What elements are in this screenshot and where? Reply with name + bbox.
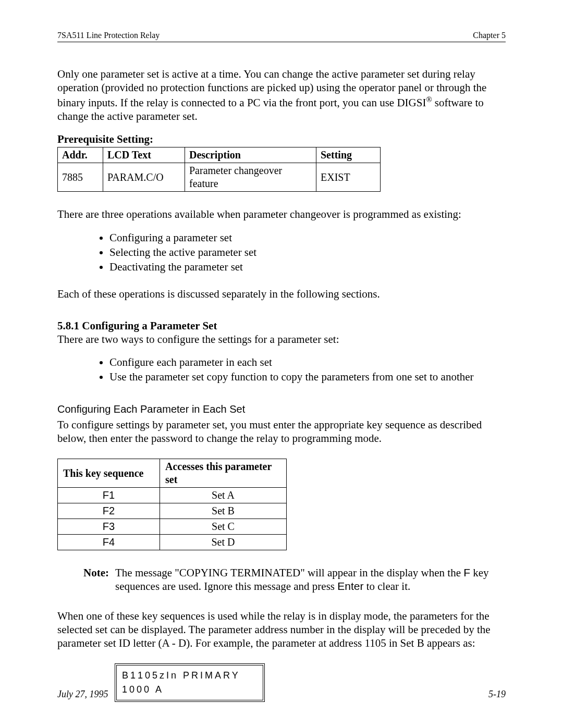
cell-key: F1 xyxy=(58,488,160,503)
list-item: Selecting the active parameter set xyxy=(109,245,506,259)
cell-set: Set D xyxy=(160,535,287,550)
cell-setting: EXIST xyxy=(316,163,381,192)
cell-description: Parameter changeover feature xyxy=(185,163,316,192)
page: 7SA511 Line Protection Relay Chapter 5 O… xyxy=(0,0,563,728)
table-row: F3 Set C xyxy=(58,519,287,535)
operations-list: Configuring a parameter set Selecting th… xyxy=(57,231,506,274)
list-item: Configure each parameter in each set xyxy=(109,355,506,369)
key-f: F xyxy=(463,566,470,578)
config-methods-list: Configure each parameter in each set Use… xyxy=(57,355,506,384)
cell-key: F4 xyxy=(58,535,160,550)
cell-set: Set C xyxy=(160,519,287,535)
table-header-row: This key sequence Accesses this paramete… xyxy=(58,459,287,488)
header-right: Chapter 5 xyxy=(473,30,506,41)
list-item: Configuring a parameter set xyxy=(109,231,506,244)
page-footer: July 27, 1995 5-19 xyxy=(57,688,506,700)
cell-set: Set B xyxy=(160,503,287,519)
registered-icon: ® xyxy=(426,95,432,104)
key-enter: Enter xyxy=(337,580,363,592)
cell-lcd-text: PARAM.C/O xyxy=(103,163,185,192)
ops-outro: Each of these operations is discussed se… xyxy=(57,287,506,301)
table-row: F2 Set B xyxy=(58,503,287,519)
note-label: Note: xyxy=(83,566,109,594)
cell-set: Set A xyxy=(160,488,287,503)
key-sequence-table: This key sequence Accesses this paramete… xyxy=(57,459,287,550)
table-row: F4 Set D xyxy=(58,535,287,550)
table-row: F1 Set A xyxy=(58,488,287,503)
col-description: Description xyxy=(185,147,316,163)
section-5-8-1-intro: There are two ways to configure the sett… xyxy=(57,332,506,346)
intro-paragraph: Only one parameter set is active at a ti… xyxy=(57,67,506,123)
cell-addr: 7885 xyxy=(58,163,103,192)
list-item: Use the parameter set copy function to c… xyxy=(109,370,506,384)
header-left: 7SA511 Line Protection Relay xyxy=(57,30,160,41)
note-text-3: to clear it. xyxy=(363,580,410,593)
intro-text: Only one parameter set is active at a ti… xyxy=(57,68,486,109)
prerequisite-table: Addr. LCD Text Description Setting 7885 … xyxy=(57,147,381,192)
lcd-line-1: B1105zIn PRIMARY xyxy=(122,669,258,683)
note-body: The message "COPYING TERMINATED" will ap… xyxy=(115,566,506,594)
footer-page-number: 5-19 xyxy=(488,688,506,700)
page-header: 7SA511 Line Protection Relay Chapter 5 xyxy=(57,30,506,42)
table-header-row: Addr. LCD Text Description Setting xyxy=(58,147,381,163)
note-block: Note: The message "COPYING TERMINATED" w… xyxy=(83,566,506,594)
cell-key: F3 xyxy=(58,519,160,535)
col-key-sequence: This key sequence xyxy=(58,459,160,488)
col-lcd-text: LCD Text xyxy=(103,147,185,163)
cell-key: F2 xyxy=(58,503,160,519)
prerequisite-label: Prerequisite Setting: xyxy=(57,132,506,146)
col-addr: Addr. xyxy=(58,147,103,163)
display-mode-paragraph: When one of these key sequences is used … xyxy=(57,609,506,650)
note-text-1: The message "COPYING TERMINATED" will ap… xyxy=(115,566,463,579)
list-item: Deactivating the parameter set xyxy=(109,260,506,274)
subsection-heading: Configuring Each Parameter in Each Set xyxy=(57,403,506,416)
col-parameter-set: Accesses this parameter set xyxy=(160,459,287,488)
footer-date: July 27, 1995 xyxy=(57,688,108,700)
ops-intro: There are three operations available whe… xyxy=(57,207,506,221)
col-setting: Setting xyxy=(316,147,381,163)
table-row: 7885 PARAM.C/O Parameter changeover feat… xyxy=(58,163,381,192)
subsection-intro: To configure settings by parameter set, … xyxy=(57,418,506,446)
section-5-8-1-heading: 5.8.1 Configuring a Parameter Set xyxy=(57,319,506,332)
